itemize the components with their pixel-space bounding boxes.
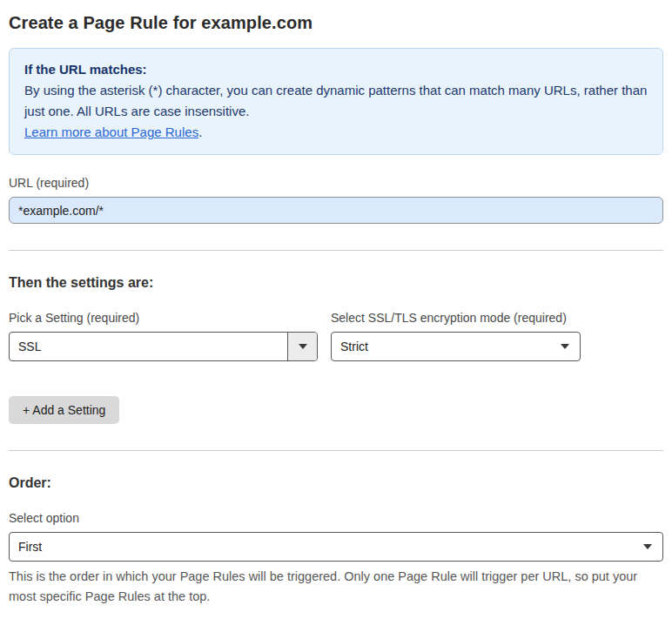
ssl-mode-value: Strict [332, 340, 561, 353]
add-setting-button[interactable]: + Add a Setting [9, 396, 119, 424]
setting-picker-select[interactable]: SSL [9, 332, 318, 361]
settings-row: Pick a Setting (required) SSL Select SSL… [9, 311, 663, 361]
info-box-body-text: By using the asterisk (*) character, you… [24, 83, 647, 118]
order-select[interactable]: First [9, 532, 663, 562]
chevron-down-icon [561, 344, 569, 349]
setting-picker-group: Pick a Setting (required) SSL [9, 311, 318, 361]
order-select-label: Select option [9, 511, 663, 525]
chevron-down-icon [299, 344, 307, 349]
setting-picker-label: Pick a Setting (required) [9, 311, 318, 325]
order-select-wrap: Select option First [9, 511, 663, 562]
order-select-group: Select option First [9, 511, 663, 562]
chevron-down-icon [643, 544, 652, 549]
divider-url-settings [9, 250, 663, 251]
link-period: . [198, 124, 202, 139]
learn-more-link[interactable]: Learn more about Page Rules [24, 124, 198, 139]
settings-section-heading: Then the settings are: [9, 275, 663, 291]
setting-picker-caret-button[interactable] [287, 333, 317, 360]
order-help-text: This is the order in which your Page Rul… [9, 567, 663, 607]
ssl-mode-picker-group: Select SSL/TLS encryption mode (required… [331, 311, 581, 361]
info-box-heading: If the URL matches: [24, 59, 648, 80]
page-title: Create a Page Rule for example.com [9, 13, 663, 33]
order-section-heading: Order: [9, 475, 663, 491]
setting-picker-value: SSL [10, 340, 287, 353]
url-match-info-box: If the URL matches: By using the asteris… [9, 48, 663, 155]
url-field-label: URL (required) [9, 176, 663, 190]
divider-settings-order [9, 450, 663, 451]
order-select-value: First [10, 540, 643, 554]
ssl-mode-select[interactable]: Strict [331, 332, 581, 361]
ssl-mode-picker-label: Select SSL/TLS encryption mode (required… [331, 311, 581, 325]
url-input[interactable] [9, 197, 663, 224]
info-box-body: By using the asterisk (*) character, you… [24, 80, 648, 143]
